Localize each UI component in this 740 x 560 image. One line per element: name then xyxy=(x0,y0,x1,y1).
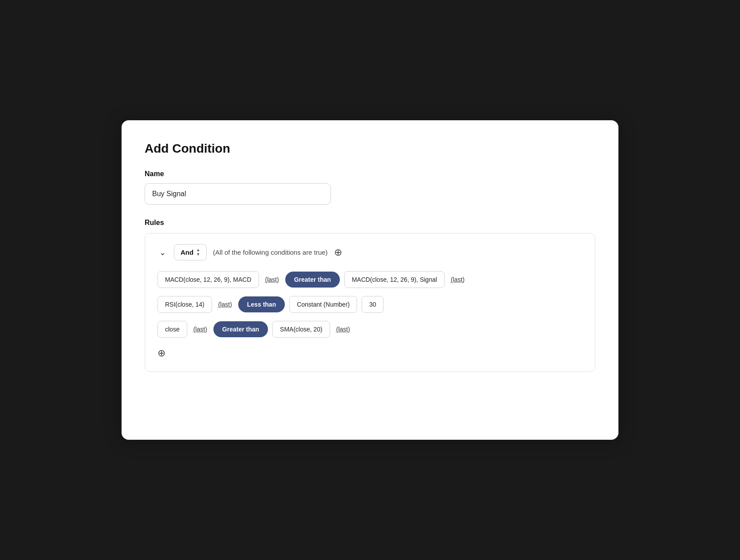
operator-button[interactable]: Greater than xyxy=(285,272,340,288)
name-label: Name xyxy=(145,170,595,178)
name-input[interactable] xyxy=(145,183,331,205)
sort-arrows-icon: ▲ ▼ xyxy=(196,248,200,256)
right-modifier-button[interactable]: (last) xyxy=(335,325,352,334)
collapse-button[interactable]: ⌄ xyxy=(157,246,168,259)
rules-header: ⌄ And ▲ ▼ (All of the following conditio… xyxy=(157,244,583,260)
operator-button[interactable]: Greater than xyxy=(213,321,268,337)
condition-rows: MACD(close, 12, 26, 9), MACD (last) Grea… xyxy=(157,271,583,338)
right-modifier-button[interactable]: (last) xyxy=(449,275,466,284)
right-indicator-tag: MACD(close, 12, 26, 9), Signal xyxy=(344,271,445,288)
and-selector[interactable]: And ▲ ▼ xyxy=(174,244,207,260)
chevron-down-icon: ⌄ xyxy=(159,248,166,257)
add-condition-modal: Add Condition Name Rules ⌄ And ▲ ▼ (All … xyxy=(122,120,618,440)
left-indicator-tag: close xyxy=(157,321,187,338)
left-indicator-tag: MACD(close, 12, 26, 9), MACD xyxy=(157,271,259,288)
constant-value: 30 xyxy=(362,296,384,313)
condition-row: RSI(close, 14) (last) Less than Constant… xyxy=(157,296,583,313)
right-indicator-tag: SMA(close, 20) xyxy=(272,321,330,338)
and-label: And xyxy=(181,248,193,256)
plus-circle-icon: ⊕ xyxy=(334,248,342,257)
rules-label: Rules xyxy=(145,219,595,227)
condition-row: close (last) Greater than SMA(close, 20)… xyxy=(157,321,583,338)
operator-button[interactable]: Less than xyxy=(238,296,285,312)
modal-title: Add Condition xyxy=(145,142,595,156)
left-modifier-button[interactable]: (last) xyxy=(216,300,234,309)
add-condition-button[interactable]: ⊕ xyxy=(334,248,342,257)
left-modifier-button[interactable]: (last) xyxy=(192,325,209,334)
left-indicator-tag: RSI(close, 14) xyxy=(157,296,212,313)
add-row-button[interactable]: ⊕ xyxy=(157,347,165,359)
condition-row: MACD(close, 12, 26, 9), MACD (last) Grea… xyxy=(157,271,583,288)
conditions-description: (All of the following conditions are tru… xyxy=(213,248,327,256)
rules-box: ⌄ And ▲ ▼ (All of the following conditio… xyxy=(145,233,595,372)
left-modifier-button[interactable]: (last) xyxy=(264,275,281,284)
plus-circle-icon: ⊕ xyxy=(157,347,165,359)
right-indicator-tag: Constant (Number) xyxy=(289,296,357,313)
